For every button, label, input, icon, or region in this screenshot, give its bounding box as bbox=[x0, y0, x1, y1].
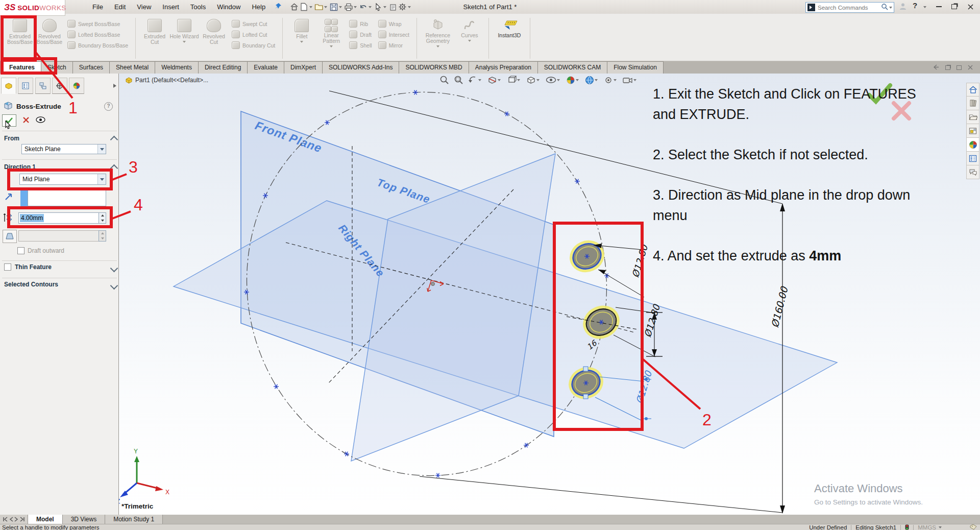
search-commands-box[interactable] bbox=[805, 2, 894, 13]
3d-views-tab[interactable]: 3D Views bbox=[63, 515, 105, 524]
curves-button[interactable]: Curves bbox=[455, 17, 484, 42]
minimize-button[interactable] bbox=[932, 1, 945, 12]
options-gear-icon[interactable] bbox=[398, 2, 407, 12]
print-caret[interactable] bbox=[354, 6, 357, 8]
draft-button-pm[interactable] bbox=[3, 230, 17, 243]
shell-button[interactable]: Shell bbox=[346, 40, 375, 51]
pane-left-icon[interactable] bbox=[933, 64, 939, 71]
menu-window[interactable]: Window bbox=[211, 0, 246, 14]
boundary-boss-button[interactable]: Boundary Boss/Base bbox=[64, 40, 131, 51]
menu-view[interactable]: View bbox=[131, 0, 157, 14]
swept-cut-button[interactable]: Swept Cut bbox=[229, 18, 278, 29]
hole-wizard-caret[interactable] bbox=[183, 41, 186, 43]
hide-show-items-icon[interactable] bbox=[546, 76, 561, 84]
print-icon[interactable] bbox=[344, 2, 353, 12]
file-explorer-icon[interactable] bbox=[966, 110, 979, 124]
hole-top[interactable] bbox=[567, 237, 607, 276]
tab-sheet-metal[interactable]: Sheet Metal bbox=[109, 61, 155, 74]
undo-caret[interactable] bbox=[369, 6, 372, 8]
tab-dimxpert[interactable]: DimXpert bbox=[284, 61, 323, 74]
reference-geometry-caret[interactable] bbox=[436, 45, 439, 47]
units-selector[interactable]: MMGS bbox=[918, 524, 936, 530]
motion-study-tab[interactable]: Motion Study 1 bbox=[105, 515, 163, 524]
forum-icon[interactable] bbox=[966, 165, 979, 179]
from-condition-dropdown[interactable]: Sketch Plane bbox=[21, 144, 106, 154]
intersect-button[interactable]: Intersect bbox=[375, 29, 412, 40]
display-style-icon[interactable] bbox=[526, 76, 541, 84]
depth-spinner[interactable] bbox=[99, 212, 106, 224]
tab-solidworks-add-ins[interactable]: SOLIDWORKS Add-Ins bbox=[322, 61, 399, 74]
draft-outward-checkbox[interactable] bbox=[17, 247, 24, 254]
extruded-boss-button[interactable]: Extruded Boss/Base bbox=[5, 17, 35, 45]
end-condition-dropdown[interactable]: Mid Plane bbox=[19, 174, 106, 185]
select-arrow-caret[interactable] bbox=[383, 6, 386, 8]
new-document-caret[interactable] bbox=[309, 6, 312, 8]
preview-eye-icon[interactable] bbox=[36, 116, 45, 125]
swept-boss-button[interactable]: Swept Boss/Base bbox=[64, 18, 131, 29]
view-orientation-icon[interactable] bbox=[507, 76, 522, 84]
tab-surfaces[interactable]: Surfaces bbox=[72, 61, 110, 74]
undo-icon[interactable] bbox=[358, 2, 368, 12]
depth-field[interactable]: 4.00mm bbox=[18, 212, 99, 224]
lofted-cut-button[interactable]: Lofted Cut bbox=[229, 29, 278, 40]
options-caret[interactable] bbox=[408, 6, 411, 8]
linear-pattern-button[interactable]: Linear Pattern bbox=[316, 17, 346, 47]
menu-tools[interactable]: Tools bbox=[185, 0, 211, 14]
direction1-section-header[interactable]: Direction 1 bbox=[0, 163, 123, 171]
hole-wizard-button[interactable]: Hole Wizard bbox=[169, 17, 199, 43]
tab-direct-editing[interactable]: Direct Editing bbox=[198, 61, 248, 74]
view-settings-icon[interactable] bbox=[604, 76, 618, 84]
search-magnifier-icon[interactable] bbox=[881, 3, 889, 12]
select-arrow-icon[interactable] bbox=[373, 2, 383, 12]
pane-maximize-icon[interactable] bbox=[957, 64, 962, 71]
menu-edit[interactable]: Edit bbox=[109, 0, 131, 14]
tab-scroll-buttons[interactable] bbox=[0, 515, 28, 524]
draft-button[interactable]: Draft bbox=[346, 29, 375, 40]
from-section-header[interactable]: From bbox=[0, 135, 123, 142]
new-document-icon[interactable] bbox=[299, 2, 309, 12]
tab-sketch[interactable]: Sketch bbox=[41, 61, 73, 74]
save-caret[interactable] bbox=[339, 6, 342, 8]
home-icon[interactable] bbox=[289, 2, 299, 12]
home-tab-icon[interactable] bbox=[966, 83, 979, 97]
tab-analysis-preparation[interactable]: Analysis Preparation bbox=[469, 61, 538, 74]
menu-insert[interactable]: Insert bbox=[157, 0, 185, 14]
curves-caret[interactable] bbox=[468, 40, 471, 42]
menu-file[interactable]: File bbox=[87, 0, 109, 14]
help-caret[interactable] bbox=[923, 6, 926, 8]
menu-help[interactable]: Help bbox=[246, 0, 271, 14]
units-caret[interactable] bbox=[939, 526, 942, 528]
extruded-cut-button[interactable]: Extruded Cut bbox=[140, 17, 169, 45]
thin-feature-expand-icon[interactable] bbox=[110, 264, 118, 273]
revolved-boss-button[interactable]: Revolved Boss/Base bbox=[35, 17, 64, 45]
custom-properties-icon[interactable] bbox=[966, 152, 979, 165]
view-palette-icon[interactable] bbox=[966, 124, 979, 138]
lofted-boss-button[interactable]: Lofted Boss/Base bbox=[64, 29, 131, 40]
rib-button[interactable]: Rib bbox=[346, 18, 375, 29]
featuremanager-tab[interactable] bbox=[1, 78, 16, 94]
fillet-caret[interactable] bbox=[300, 41, 303, 43]
from-collapse-icon[interactable] bbox=[110, 136, 118, 144]
fillet-button[interactable]: Fillet bbox=[287, 17, 316, 43]
linear-pattern-caret[interactable] bbox=[330, 45, 333, 47]
wrap-button[interactable]: Wrap bbox=[375, 18, 412, 29]
graphics-area[interactable]: Front Plane Top Plane Right Plane bbox=[119, 74, 980, 515]
displaymanager-tab[interactable] bbox=[69, 78, 84, 94]
save-icon[interactable] bbox=[329, 2, 338, 12]
pane-close-icon[interactable] bbox=[968, 64, 973, 71]
edit-appearance-icon[interactable] bbox=[566, 76, 580, 85]
zoom-to-area-icon[interactable] bbox=[454, 75, 463, 85]
hole-bottom-handle-top[interactable] bbox=[583, 367, 588, 371]
model-tab[interactable]: Model bbox=[28, 515, 63, 524]
open-document-caret[interactable] bbox=[324, 6, 327, 8]
search-caret[interactable] bbox=[889, 7, 892, 9]
direction1-collapse-icon[interactable] bbox=[110, 164, 118, 173]
hole-bottom-handle-bottom[interactable] bbox=[583, 394, 588, 399]
rebuild-icon[interactable] bbox=[388, 2, 398, 12]
tab-overflow-caret[interactable] bbox=[113, 83, 117, 90]
tab-flow-simulation[interactable]: Flow Simulation bbox=[607, 61, 664, 74]
tab-solidworks-mbd[interactable]: SOLIDWORKS MBD bbox=[399, 61, 469, 74]
restore-button[interactable] bbox=[947, 1, 961, 12]
direction-reference-field[interactable] bbox=[28, 190, 106, 206]
selected-contours-expand-icon[interactable] bbox=[110, 282, 118, 290]
